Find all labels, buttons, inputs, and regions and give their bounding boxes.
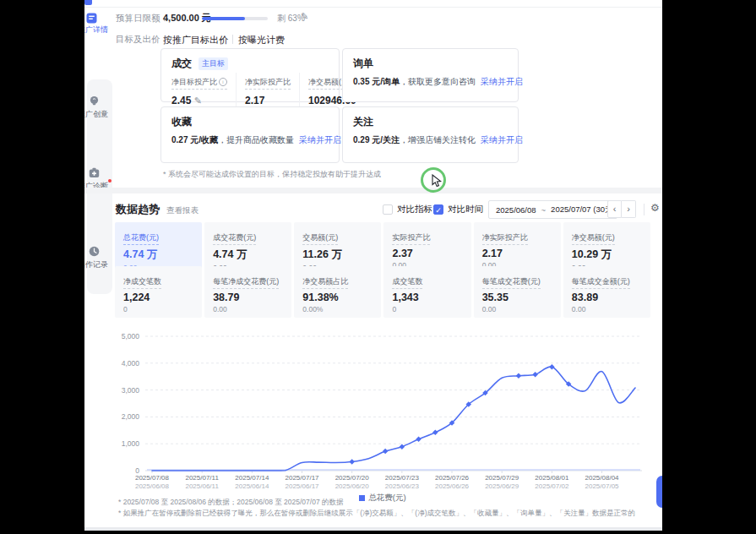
- option-divider: [232, 35, 233, 44]
- toolbar-divider: [644, 204, 645, 215]
- svg-text:2025/07/14: 2025/07/14: [235, 474, 269, 482]
- goal-card-deal-title: 成交: [171, 57, 192, 71]
- daily-budget-label: 预算日限额：: [116, 13, 169, 25]
- svg-text:2025/07/11: 2025/07/11: [185, 474, 219, 482]
- metric-card[interactable]: 每笔成交金额(元)83.890.00: [563, 266, 650, 318]
- metric-value: 91.38%: [302, 292, 373, 303]
- metric-value: 11.26 万: [302, 248, 373, 262]
- compare-time-checkbox[interactable]: ✓: [433, 204, 443, 215]
- top-divider: [84, 7, 662, 8]
- budget-progress-bar: [202, 17, 268, 20]
- view-report-link[interactable]: 查看报表: [166, 205, 199, 216]
- date-range-picker[interactable]: 2025/06/08 ~ 2025/07/07 (30天): [488, 200, 617, 219]
- bid-by-impression-tab[interactable]: 按曝光计费: [238, 34, 285, 46]
- svg-text:3,000: 3,000: [122, 386, 140, 395]
- goal-card-deal: 成交 主目标 净目标投产比i 2.45 ✎ 净实际投产比 2.17 净交易额(元…: [160, 48, 340, 102]
- svg-text:2025/07/17: 2025/07/17: [285, 474, 319, 482]
- edit-budget-icon[interactable]: ✎: [301, 11, 308, 22]
- svg-text:2025/06/14: 2025/06/14: [235, 482, 269, 490]
- line-chart-svg: 01,0002,0003,0004,0005,0002025/07/082025…: [115, 326, 650, 500]
- page-bottom-bar: [84, 527, 662, 531]
- footnote-compare-periods: * 2025/07/08 至 2025/08/06 的数据；2025/06/08…: [118, 498, 344, 508]
- svg-text:2025/07/26: 2025/07/26: [435, 474, 470, 482]
- first-aid-kit-icon: [89, 167, 100, 178]
- next-period-button[interactable]: ›: [622, 200, 636, 218]
- section-divider: [84, 188, 662, 193]
- legend-marker-square: [359, 495, 365, 501]
- metric-value: 1,343: [392, 292, 462, 303]
- svg-text:2025/06/17: 2025/06/17: [285, 482, 319, 490]
- gear-icon[interactable]: ⚙: [650, 202, 660, 214]
- metric-label: 成交花费(元): [213, 232, 256, 245]
- compare-metric-checkbox[interactable]: [383, 204, 393, 215]
- metric-value: 38.79: [213, 292, 283, 303]
- svg-text:2025/06/23: 2025/06/23: [385, 482, 420, 490]
- metric-label: 总花费(元): [123, 232, 159, 245]
- goal-card-follow-title: 关注: [353, 115, 373, 129]
- svg-text:2025/07/23: 2025/07/23: [385, 474, 420, 482]
- goal-card-favorite-title: 收藏: [171, 115, 192, 129]
- svg-text:2025/07/02: 2025/07/02: [535, 482, 569, 490]
- metric-card[interactable]: 每笔净成交花费(元)38.790.00: [204, 266, 291, 318]
- mouse-cursor-icon: [432, 174, 443, 188]
- info-icon[interactable]: i: [219, 78, 227, 86]
- metric-compare-value: 0: [123, 305, 193, 313]
- metric-label: 净交易额(元): [572, 232, 615, 245]
- notification-dot: [108, 179, 111, 183]
- svg-text:2025/08/01: 2025/08/01: [535, 474, 569, 482]
- date-end: 2025/07/07 (30天): [551, 204, 616, 215]
- sidebar-item-operation-log-label[interactable]: 操作记录: [84, 259, 108, 270]
- metric-card[interactable]: 净成交笔数1,2240: [115, 266, 202, 318]
- metric-value: 35.35: [482, 292, 552, 303]
- sidebar-item-promo-creative-label[interactable]: 推广创意: [84, 109, 108, 120]
- goal-card-follow: 关注 0.29 元/关注，增强店铺关注转化采纳并开启: [342, 106, 519, 163]
- svg-text:5,000: 5,000: [122, 332, 140, 341]
- svg-text:4,000: 4,000: [122, 359, 140, 368]
- svg-text:2025/06/11: 2025/06/11: [185, 482, 219, 490]
- sidebar-item-promo-detail-label[interactable]: 推广详情: [84, 25, 108, 35]
- metric-card[interactable]: 每笔成交花费(元)35.350.00: [474, 266, 561, 318]
- metric-label: 每笔净成交花费(元): [213, 276, 279, 289]
- deal-metric-roi-target: 净目标投产比i 2.45 ✎: [171, 73, 236, 106]
- metric-compare-value: 0.00: [482, 305, 552, 313]
- favorite-desc: 0.27 元/收藏，提升商品收藏数量采纳并开启: [171, 134, 341, 146]
- goal-card-favorite: 收藏 0.27 元/收藏，提升商品收藏数量采纳并开启: [160, 106, 340, 163]
- follow-desc: 0.29 元/关注，增强店铺关注转化采纳并开启: [353, 134, 523, 146]
- adopt-enable-link[interactable]: 采纳并开启: [481, 135, 523, 144]
- primary-goal-badge: 主目标: [199, 57, 228, 70]
- edit-roi-icon[interactable]: ✎: [194, 95, 202, 106]
- svg-text:2025/07/20: 2025/07/20: [335, 474, 370, 482]
- metric-compare-value: 0: [392, 305, 462, 313]
- goal-card-inquiry-title: 询单: [353, 57, 373, 71]
- metric-label: 交易额(元): [302, 232, 338, 245]
- compare-time-label[interactable]: 对比时间: [448, 204, 483, 215]
- sidebar-item-promo-creative[interactable]: [89, 95, 100, 110]
- bid-by-goal-tab[interactable]: 按推广目标出价: [163, 34, 228, 46]
- metric-compare-value: 0.00%: [302, 305, 373, 313]
- compare-metric-label[interactable]: 对比指标: [397, 204, 432, 215]
- metric-label: 净交易额占比: [302, 276, 348, 289]
- sidebar-item-promo-diagnosis[interactable]: [89, 166, 100, 182]
- metric-card[interactable]: 成交笔数1,3430: [383, 266, 470, 318]
- sidebar-active-tab-marker: [84, 0, 92, 5]
- svg-text:2025/06/08: 2025/06/08: [135, 482, 170, 490]
- goal-cards-note: * 系统会尽可能达成你设置的目标，保持稳定投放有助于提升达成: [163, 169, 381, 180]
- prev-period-button[interactable]: ‹: [607, 200, 622, 218]
- metric-card[interactable]: 净交易额占比91.38%0.00%: [294, 266, 381, 318]
- metrics-row-1: 总花费(元)4.74 万0.00成交花费(元)4.74 万0.00交易额(元)1…: [115, 222, 650, 263]
- deal-metric-roi-actual: 净实际投产比 2.17: [236, 73, 299, 106]
- goal-bid-label: 目标及出价：: [116, 34, 169, 46]
- page-content: 推广详情 推广创意 推广诊断 操作记录 预算日限额： 4,500.00 元 剩 …: [84, 0, 662, 527]
- metric-value: 4.74 万: [213, 248, 283, 262]
- adopt-enable-link[interactable]: 采纳并开启: [299, 135, 341, 144]
- metric-label: 成交笔数: [392, 276, 422, 289]
- trend-line-chart: 01,0002,0003,0004,0005,0002025/07/082025…: [115, 326, 650, 500]
- sidebar-item-operation-log[interactable]: [89, 245, 100, 260]
- date-start: 2025/06/08: [496, 205, 536, 215]
- svg-text:2025/07/08: 2025/07/08: [135, 474, 170, 482]
- trend-section-title: 数据趋势: [116, 202, 160, 217]
- adopt-enable-link[interactable]: 采纳并开启: [481, 77, 523, 86]
- svg-text:2025/06/20: 2025/06/20: [335, 482, 370, 490]
- metric-value: 4.74 万: [123, 248, 193, 262]
- floating-side-button[interactable]: [656, 476, 662, 508]
